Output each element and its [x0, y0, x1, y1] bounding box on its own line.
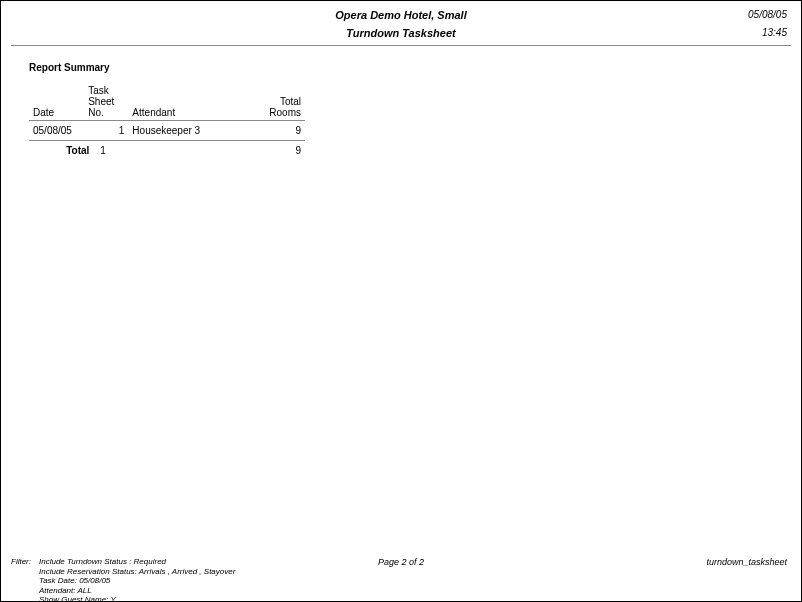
report-time: 13:45 — [762, 27, 787, 38]
page-number: Page 2 of 2 — [11, 557, 791, 567]
hotel-name: Opera Demo Hotel, Small — [11, 9, 791, 21]
report-date: 05/08/05 — [748, 9, 787, 20]
summary-table: Date Task Sheet No. Attendant Total Room… — [29, 83, 305, 160]
cell-total-rooms: 9 — [250, 121, 305, 141]
col-date: Date — [29, 83, 84, 121]
filter-line: Attendant: ALL — [39, 586, 235, 596]
col-attendant: Attendant — [128, 83, 249, 121]
table-row: 05/08/05 1 Housekeeper 3 9 — [29, 121, 305, 141]
cell-date: 05/08/05 — [29, 121, 84, 141]
col-total-rooms: Total Rooms — [250, 83, 305, 121]
report-page: Opera Demo Hotel, Small Turndown Taskshe… — [1, 1, 801, 601]
report-id: turndown_tasksheet — [706, 557, 787, 567]
report-title: Turndown Tasksheet — [11, 27, 791, 39]
cell-tasksheet-no: 1 — [84, 121, 128, 141]
filter-line: Show Guest Name: Y — [39, 595, 235, 602]
report-header: Opera Demo Hotel, Small Turndown Taskshe… — [1, 1, 801, 39]
table-total-row: Total 1 9 — [29, 141, 305, 161]
summary-heading: Report Summary — [29, 62, 301, 73]
report-summary: Report Summary Date Task Sheet No. Atten… — [1, 46, 301, 160]
filter-line: Task Date: 05/08/05 — [39, 576, 235, 586]
cell-attendant: Housekeeper 3 — [128, 121, 249, 141]
table-header-row: Date Task Sheet No. Attendant Total Room… — [29, 83, 305, 121]
col-tasksheet-no: Task Sheet No. — [84, 83, 128, 121]
total-total-rooms: 9 — [250, 141, 305, 161]
total-tasksheet-no: 1 — [88, 145, 124, 156]
filter-line: Include Reservation Status: Arrivals , A… — [39, 567, 235, 577]
total-label: Total — [66, 145, 89, 156]
